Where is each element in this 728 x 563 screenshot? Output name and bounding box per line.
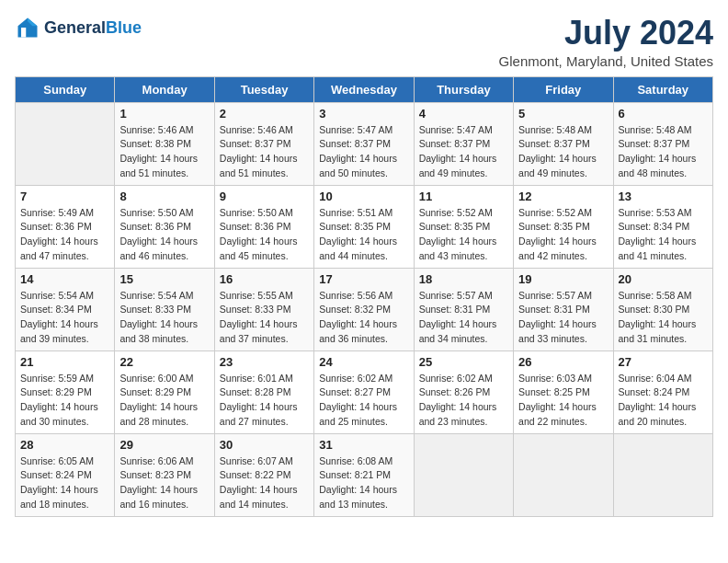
daylight-text: Daylight: 14 hours and 50 minutes. <box>319 152 408 181</box>
header-saturday: Saturday <box>613 76 712 102</box>
day-number: 1 <box>119 107 209 121</box>
table-row: 22Sunrise: 6:00 AMSunset: 8:29 PMDayligh… <box>115 350 214 433</box>
sunrise-text: Sunrise: 6:07 AM <box>220 454 309 469</box>
day-number: 8 <box>119 190 209 203</box>
sunrise-text: Sunrise: 6:04 AM <box>619 372 708 386</box>
sunset-text: Sunset: 8:37 PM <box>419 137 508 152</box>
table-row: 17Sunrise: 5:56 AMSunset: 8:32 PMDayligh… <box>314 268 414 350</box>
sunset-text: Sunset: 8:28 PM <box>220 385 309 400</box>
table-row: 27Sunrise: 6:04 AMSunset: 8:24 PMDayligh… <box>613 350 712 433</box>
day-info: Sunrise: 5:48 AMSunset: 8:37 PMDaylight:… <box>518 123 608 181</box>
day-info: Sunrise: 5:46 AMSunset: 8:37 PMDaylight:… <box>220 123 309 181</box>
day-info: Sunrise: 5:47 AMSunset: 8:37 PMDaylight:… <box>319 123 408 181</box>
table-row <box>414 433 513 516</box>
calendar-title: July 2024 <box>499 15 713 52</box>
sunrise-text: Sunrise: 5:46 AM <box>220 123 309 138</box>
day-info: Sunrise: 5:47 AMSunset: 8:37 PMDaylight:… <box>419 123 508 181</box>
day-number: 25 <box>419 355 508 369</box>
day-number: 17 <box>319 272 408 286</box>
header-thursday: Thursday <box>414 76 513 102</box>
table-row: 13Sunrise: 5:53 AMSunset: 8:34 PMDayligh… <box>613 185 712 268</box>
table-row: 30Sunrise: 6:07 AMSunset: 8:22 PMDayligh… <box>214 433 313 516</box>
daylight-text: Daylight: 14 hours and 46 minutes. <box>119 235 209 264</box>
table-row: 16Sunrise: 5:55 AMSunset: 8:33 PMDayligh… <box>214 268 313 350</box>
header-wednesday: Wednesday <box>314 76 414 102</box>
sunrise-text: Sunrise: 5:47 AM <box>419 123 508 138</box>
daylight-text: Daylight: 14 hours and 28 minutes. <box>119 400 209 430</box>
sunset-text: Sunset: 8:35 PM <box>419 220 508 235</box>
table-row: 4Sunrise: 5:47 AMSunset: 8:37 PMDaylight… <box>414 102 513 185</box>
day-number: 14 <box>20 272 109 286</box>
table-row: 8Sunrise: 5:50 AMSunset: 8:36 PMDaylight… <box>115 185 214 268</box>
day-info: Sunrise: 6:03 AMSunset: 8:25 PMDaylight:… <box>518 372 608 430</box>
day-info: Sunrise: 6:02 AMSunset: 8:26 PMDaylight:… <box>419 372 508 430</box>
day-number: 31 <box>319 438 408 452</box>
daylight-text: Daylight: 14 hours and 48 minutes. <box>619 152 708 181</box>
sunrise-text: Sunrise: 5:55 AM <box>220 289 309 304</box>
sunset-text: Sunset: 8:37 PM <box>319 137 408 152</box>
header-friday: Friday <box>514 76 613 102</box>
day-info: Sunrise: 6:01 AMSunset: 8:28 PMDaylight:… <box>220 372 309 430</box>
table-row <box>16 102 115 185</box>
daylight-text: Daylight: 14 hours and 25 minutes. <box>319 400 408 430</box>
table-row: 1Sunrise: 5:46 AMSunset: 8:38 PMDaylight… <box>115 102 214 185</box>
daylight-text: Daylight: 14 hours and 45 minutes. <box>220 235 309 264</box>
daylight-text: Daylight: 14 hours and 33 minutes. <box>518 317 608 347</box>
table-row: 23Sunrise: 6:01 AMSunset: 8:28 PMDayligh… <box>214 350 313 433</box>
day-info: Sunrise: 5:50 AMSunset: 8:36 PMDaylight:… <box>119 206 209 264</box>
day-number: 19 <box>518 272 608 286</box>
day-info: Sunrise: 5:50 AMSunset: 8:36 PMDaylight:… <box>220 206 309 264</box>
day-info: Sunrise: 5:58 AMSunset: 8:30 PMDaylight:… <box>619 289 708 347</box>
table-row <box>613 433 712 516</box>
table-row: 11Sunrise: 5:52 AMSunset: 8:35 PMDayligh… <box>414 185 513 268</box>
day-number: 30 <box>220 438 309 452</box>
day-number: 15 <box>119 272 209 286</box>
sunset-text: Sunset: 8:26 PM <box>419 385 508 400</box>
day-number: 11 <box>419 190 508 203</box>
table-row: 5Sunrise: 5:48 AMSunset: 8:37 PMDaylight… <box>514 102 613 185</box>
table-row: 26Sunrise: 6:03 AMSunset: 8:25 PMDayligh… <box>514 350 613 433</box>
sunrise-text: Sunrise: 5:56 AM <box>319 289 408 304</box>
sunrise-text: Sunrise: 5:46 AM <box>119 123 209 138</box>
sunrise-text: Sunrise: 6:02 AM <box>419 372 508 386</box>
sunrise-text: Sunrise: 5:54 AM <box>20 289 109 304</box>
day-info: Sunrise: 6:04 AMSunset: 8:24 PMDaylight:… <box>619 372 708 430</box>
logo-text-blue: Blue <box>106 18 142 37</box>
sunrise-text: Sunrise: 5:50 AM <box>119 206 209 221</box>
day-number: 18 <box>419 272 508 286</box>
sunrise-text: Sunrise: 5:59 AM <box>20 372 109 386</box>
calendar-week-row: 21Sunrise: 5:59 AMSunset: 8:29 PMDayligh… <box>16 350 713 433</box>
calendar-week-row: 28Sunrise: 6:05 AMSunset: 8:24 PMDayligh… <box>16 433 713 516</box>
table-row: 25Sunrise: 6:02 AMSunset: 8:26 PMDayligh… <box>414 350 513 433</box>
daylight-text: Daylight: 14 hours and 22 minutes. <box>518 400 608 430</box>
day-info: Sunrise: 6:00 AMSunset: 8:29 PMDaylight:… <box>119 372 209 430</box>
sunset-text: Sunset: 8:34 PM <box>20 303 109 317</box>
title-block: July 2024 Glenmont, Maryland, United Sta… <box>499 15 713 69</box>
calendar-subtitle: Glenmont, Maryland, United States <box>499 53 713 69</box>
daylight-text: Daylight: 14 hours and 14 minutes. <box>220 483 309 512</box>
daylight-text: Daylight: 14 hours and 42 minutes. <box>518 235 608 264</box>
day-info: Sunrise: 6:06 AMSunset: 8:23 PMDaylight:… <box>119 454 209 512</box>
table-row: 7Sunrise: 5:49 AMSunset: 8:36 PMDaylight… <box>16 185 115 268</box>
day-number: 12 <box>518 190 608 203</box>
table-row: 14Sunrise: 5:54 AMSunset: 8:34 PMDayligh… <box>16 268 115 350</box>
sunset-text: Sunset: 8:21 PM <box>319 468 408 483</box>
sunset-text: Sunset: 8:37 PM <box>220 137 309 152</box>
day-info: Sunrise: 6:02 AMSunset: 8:27 PMDaylight:… <box>319 372 408 430</box>
daylight-text: Daylight: 14 hours and 27 minutes. <box>220 400 309 430</box>
header-tuesday: Tuesday <box>214 76 313 102</box>
daylight-text: Daylight: 14 hours and 43 minutes. <box>419 235 508 264</box>
table-row: 24Sunrise: 6:02 AMSunset: 8:27 PMDayligh… <box>314 350 414 433</box>
sunset-text: Sunset: 8:31 PM <box>419 303 508 317</box>
day-number: 3 <box>319 107 408 121</box>
daylight-text: Daylight: 14 hours and 20 minutes. <box>619 400 708 430</box>
daylight-text: Daylight: 14 hours and 31 minutes. <box>619 317 708 347</box>
daylight-text: Daylight: 14 hours and 39 minutes. <box>20 317 109 347</box>
day-number: 27 <box>619 355 708 369</box>
sunset-text: Sunset: 8:38 PM <box>119 137 209 152</box>
day-number: 2 <box>220 107 309 121</box>
page-header: GeneralBlue July 2024 Glenmont, Maryland… <box>15 15 713 69</box>
table-row: 2Sunrise: 5:46 AMSunset: 8:37 PMDaylight… <box>214 102 313 185</box>
table-row: 28Sunrise: 6:05 AMSunset: 8:24 PMDayligh… <box>16 433 115 516</box>
sunrise-text: Sunrise: 5:51 AM <box>319 206 408 221</box>
